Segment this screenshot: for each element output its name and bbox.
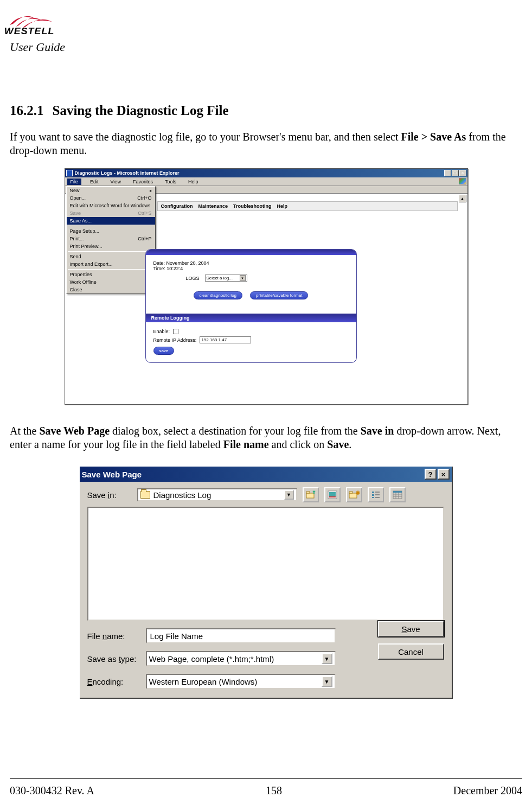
remote-ip-label: Remote IP Address: <box>153 337 197 343</box>
dialog-close-button[interactable]: × <box>438 469 450 480</box>
browser-page-content: Configuration Maintenance Troubleshootin… <box>157 201 458 363</box>
encoding-value: Western European (Windows) <box>149 677 258 686</box>
menu-help[interactable]: Help <box>185 178 202 185</box>
menu-item-print-preview[interactable]: Print Preview... <box>67 243 155 250</box>
footer-page-number: 158 <box>266 785 282 797</box>
para1-pre: If you want to save the diagnostic log f… <box>10 131 401 143</box>
window-titlebar: Diagnostic Logs - Microsoft Internet Exp… <box>65 169 467 177</box>
guide-label: User Guide <box>10 40 522 54</box>
save-in-combo[interactable]: Diagnostics Log ▼ <box>137 488 297 501</box>
screenshot-browser-file-menu: Diagnostic Logs - Microsoft Internet Exp… <box>65 168 468 405</box>
menu-item-save-as[interactable]: Save As... <box>67 217 155 225</box>
svg-rect-5 <box>349 492 352 493</box>
page-footer: 030-300432 Rev. A 158 December 2004 <box>10 785 522 797</box>
tab-maintenance[interactable]: Maintenance <box>198 203 228 209</box>
dialog-help-button[interactable]: ? <box>425 469 437 480</box>
chevron-down-icon: ▼ <box>322 676 332 687</box>
save-in-value: Diagnostics Log <box>153 490 211 500</box>
logs-select-value: Select a log... <box>207 276 233 280</box>
footer-date: December 2004 <box>453 785 522 797</box>
svg-rect-12 <box>375 497 380 498</box>
section-title-text: Saving the Diagnostic Log File <box>53 103 229 118</box>
menu-favorites[interactable]: Favorites <box>130 178 156 185</box>
desktop-button[interactable] <box>324 487 341 502</box>
remote-ip-value: 192.168.1.47 <box>201 337 227 342</box>
list-view-button[interactable] <box>368 487 384 502</box>
menu-file[interactable]: File <box>67 178 82 185</box>
svg-rect-7 <box>372 492 374 493</box>
save-as-type-value: Web Page, complete (*.htm;*.html) <box>149 654 274 664</box>
save-as-type-select[interactable]: Web Page, complete (*.htm;*.html) ▼ <box>146 651 336 666</box>
panel-date: Date: November 20, 2004 <box>153 260 349 266</box>
section-heading: 16.2.1 Saving the Diagnostic Log File <box>10 103 522 118</box>
svg-rect-14 <box>393 491 402 493</box>
logo-swoosh-icon <box>9 9 57 28</box>
save-in-dropdown-icon[interactable]: ▼ <box>284 490 294 500</box>
svg-rect-11 <box>375 494 380 495</box>
file-name-value: Log File Name <box>150 632 203 641</box>
encoding-label: Encoding: <box>87 677 140 686</box>
maximize-button[interactable]: □ <box>452 170 459 176</box>
svg-rect-8 <box>372 494 374 496</box>
remote-ip-input[interactable]: 192.168.1.47 <box>200 336 251 343</box>
file-name-label: File name: <box>87 632 140 641</box>
menu-item-close[interactable]: Close <box>67 286 155 294</box>
menu-edit[interactable]: Edit <box>87 178 102 185</box>
enable-label: Enable: <box>153 329 170 334</box>
new-folder-button[interactable]: ✱ <box>346 487 362 502</box>
svg-rect-0 <box>306 493 314 498</box>
tab-troubleshooting[interactable]: Troubleshooting <box>233 203 272 209</box>
menu-item-new[interactable]: New <box>67 187 155 194</box>
nav-tabs: Configuration Maintenance Troubleshootin… <box>157 201 458 211</box>
save-in-label: Save in: <box>87 490 132 500</box>
svg-text:✱: ✱ <box>356 490 360 496</box>
menu-item-page-setup[interactable]: Page Setup... <box>67 227 155 235</box>
menu-bar: File Edit View Favorites Tools Help <box>65 177 467 186</box>
menu-item-import-export[interactable]: Import and Export... <box>67 260 155 268</box>
details-view-button[interactable] <box>389 487 406 502</box>
svg-rect-1 <box>306 492 310 493</box>
paragraph-1: If you want to save the diagnostic log f… <box>10 130 522 157</box>
page-header: WESTELL User Guide <box>10 9 522 54</box>
para1-bold: File > Save As <box>401 131 466 143</box>
brand-wordmark: WESTELL <box>4 26 55 37</box>
file-name-input[interactable]: Log File Name <box>146 628 336 643</box>
logs-select[interactable]: Select a log... ▼ <box>205 275 247 282</box>
menu-item-edit-with[interactable]: Edit with Microsoft Word for Windows <box>67 202 155 209</box>
panel-header-bar <box>146 250 356 255</box>
remote-save-button[interactable]: save <box>153 347 175 355</box>
tab-configuration[interactable]: Configuration <box>161 203 193 209</box>
screenshot-save-dialog: Save Web Page ? × Save in: Diagnostics L… <box>80 467 453 699</box>
minimize-button[interactable]: _ <box>444 170 451 176</box>
logs-label: LOGS <box>186 276 200 281</box>
menu-tools[interactable]: Tools <box>162 178 180 185</box>
ie-icon <box>66 170 73 176</box>
chevron-down-icon: ▼ <box>240 275 246 281</box>
scrollbar-up-button[interactable]: ▲ <box>459 195 466 202</box>
file-dropdown-menu: New Open...Ctrl+O Edit with Microsoft Wo… <box>66 186 156 294</box>
brand-logo: WESTELL <box>5 9 522 37</box>
remote-logging-heading: Remote Logging <box>146 314 356 322</box>
dialog-titlebar: Save Web Page ? × <box>80 467 452 482</box>
tab-help[interactable]: Help <box>277 203 288 209</box>
menu-item-send[interactable]: Send <box>67 253 155 260</box>
encoding-select[interactable]: Western European (Windows) ▼ <box>146 674 336 689</box>
svg-rect-10 <box>375 492 380 493</box>
close-button[interactable]: × <box>459 170 466 176</box>
diagnostic-panel: Date: November 20, 2004 Time: 10:22:4 LO… <box>145 249 357 363</box>
menu-item-work-offline[interactable]: Work Offline <box>67 278 155 286</box>
cancel-button[interactable]: Cancel <box>378 643 444 660</box>
up-one-level-button[interactable] <box>303 487 319 502</box>
enable-checkbox[interactable] <box>173 329 178 334</box>
save-button[interactable]: Save <box>378 621 444 637</box>
printable-savable-format-button[interactable]: printable/savable format <box>250 291 308 299</box>
menu-item-save: SaveCtrl+S <box>67 209 155 217</box>
menu-item-print[interactable]: Print...Ctrl+P <box>67 235 155 243</box>
file-list-area[interactable] <box>87 507 444 621</box>
paragraph-2: At the Save Web Page dialog box, select … <box>10 424 522 451</box>
clear-diagnostic-log-button[interactable]: clear diagnostic log <box>194 291 242 299</box>
menu-item-open[interactable]: Open...Ctrl+O <box>67 194 155 202</box>
menu-view[interactable]: View <box>107 178 124 185</box>
menu-item-properties[interactable]: Properties <box>67 271 155 278</box>
dialog-title: Save Web Page <box>82 470 142 479</box>
